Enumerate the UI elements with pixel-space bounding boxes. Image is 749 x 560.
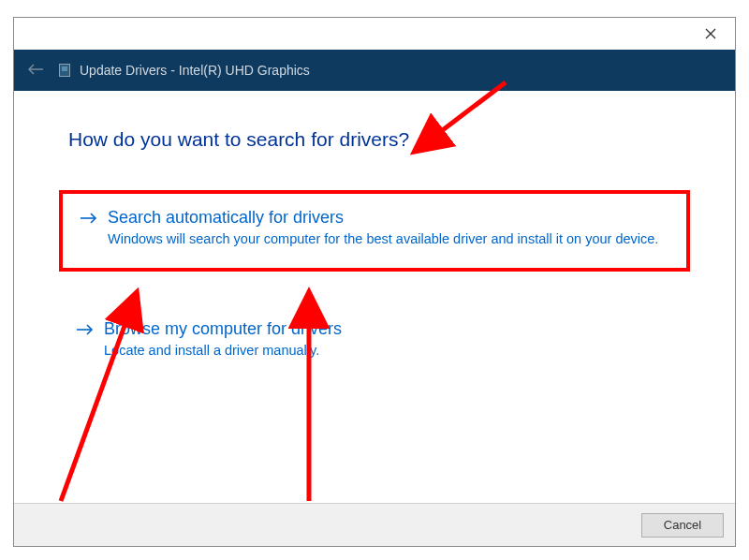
titlebar: Update Drivers - Intel(R) UHD Graphics [14, 50, 735, 91]
option-title: Browse my computer for drivers [104, 318, 671, 340]
window-title: Update Drivers - Intel(R) UHD Graphics [80, 63, 310, 78]
option-browse-computer[interactable]: Browse my computer for drivers Locate an… [59, 305, 690, 376]
arrow-right-icon [76, 318, 95, 343]
option-text: Browse my computer for drivers Locate an… [104, 318, 671, 361]
back-arrow-icon[interactable] [27, 62, 44, 79]
option-text: Search automatically for drivers Windows… [108, 207, 668, 249]
close-button[interactable] [692, 20, 729, 48]
option-description: Locate and install a driver manually. [104, 342, 671, 361]
device-icon [59, 64, 70, 77]
cancel-button[interactable]: Cancel [641, 513, 724, 538]
button-bar: Cancel [14, 503, 735, 546]
page-heading: How do you want to search for drivers? [68, 128, 690, 151]
option-search-automatically[interactable]: Search automatically for drivers Windows… [59, 190, 690, 272]
arrow-right-icon [80, 207, 98, 231]
option-description: Windows will search your computer for th… [108, 230, 668, 249]
dialog-window: Update Drivers - Intel(R) UHD Graphics H… [13, 17, 736, 547]
option-title: Search automatically for drivers [108, 207, 668, 228]
content-area: How do you want to search for drivers? S… [14, 91, 735, 503]
close-icon [705, 28, 716, 39]
